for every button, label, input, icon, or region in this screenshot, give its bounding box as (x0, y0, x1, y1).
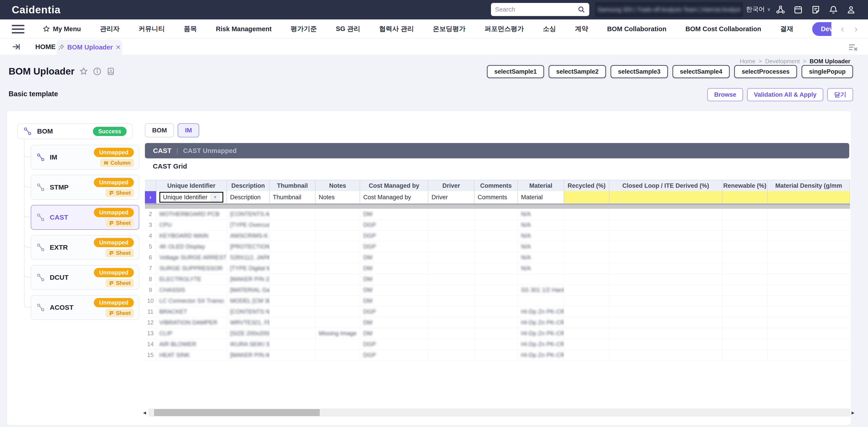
nav-item-퍼포먼스평가[interactable]: 퍼포먼스평가 (485, 24, 524, 33)
network-share-icon[interactable] (775, 4, 786, 15)
nav-item-development[interactable]: Development (812, 22, 831, 36)
validation-all-apply-button[interactable]: Validation All & Apply (747, 88, 823, 101)
unmapped-cell-2[interactable] (610, 191, 722, 204)
tab-bom-uploader[interactable]: BOM Uploader ✕ (57, 40, 122, 55)
table-row[interactable]: 2MOTHERBOARD PCB[CONTENTS AuDMN/A (145, 209, 850, 220)
user-profile-icon[interactable] (845, 4, 857, 15)
column-header-thumbnail[interactable]: Thumbnail (270, 180, 315, 191)
column-header-material[interactable]: Material (518, 180, 564, 191)
tree-node-bom[interactable]: BOM Success (17, 123, 132, 139)
tree-node-extr[interactable]: EXTRUnmappedSheet (31, 235, 139, 260)
selectsample1-button[interactable]: selectSample1 (487, 65, 544, 78)
breadcrumb-development[interactable]: Development (765, 58, 800, 65)
tree-node-im[interactable]: IMUnmappedColumn (31, 145, 139, 170)
unmapped-cell-1[interactable] (564, 191, 610, 204)
language-selector[interactable]: 한국어∨ (746, 5, 771, 13)
table-row[interactable]: 9CHASSIS[MATERIAL GalvDMSS 301 1/2 Hard (145, 285, 850, 296)
table-row[interactable]: 14AIR BLOWERIKURA SEIKI SEIDGPHI-Dp Zn P… (145, 339, 850, 350)
search-input[interactable] (495, 6, 578, 13)
search-icon[interactable] (578, 6, 585, 13)
selectsample3-button[interactable]: selectSample3 (611, 65, 668, 78)
nav-item-my-menu[interactable]: My Menu (42, 25, 81, 33)
table-row[interactable]: 15HEAT SINK[MAKER P/N APDGPHI-Dp Zn PK-C… (145, 350, 850, 361)
cell-notes (315, 285, 360, 296)
column-header-driver[interactable]: Driver (428, 180, 474, 191)
dropdown-arrow-icon[interactable]: ▼ (211, 193, 220, 201)
nav-item-sg-관리[interactable]: SG 관리 (336, 24, 360, 33)
breadcrumb-home[interactable]: Home (740, 58, 755, 65)
tree-node-acost[interactable]: ACOSTUnmappedSheet (31, 295, 139, 320)
unmapped-cell-4[interactable] (768, 191, 850, 204)
column-header-recycled-[interactable]: Recycled (%) (564, 180, 610, 191)
nav-item-품목[interactable]: 품목 (184, 24, 197, 33)
nav-item-협력사-관리[interactable]: 협력사 관리 (379, 24, 414, 33)
table-row[interactable]: 6Voltage SURGE ARREST528X112, JAPADMN/A (145, 252, 850, 263)
cell-comments (474, 252, 518, 263)
tab-close-icon[interactable]: ✕ (116, 43, 121, 51)
cell-text: DM (363, 297, 372, 304)
selectsample4-button[interactable]: selectSample4 (673, 65, 730, 78)
nav-scroll-right-icon[interactable]: › (855, 24, 858, 34)
horizontal-scrollbar[interactable] (149, 409, 850, 416)
mapping-dropdown[interactable]: Unique Identifier▼ (159, 192, 223, 203)
mapping-cell-unique-identifier[interactable]: Unique Identifier▼ (156, 191, 227, 204)
nav-item-평가기준[interactable]: 평가기준 (291, 24, 317, 33)
mapping-kind-badge: Column (100, 159, 134, 167)
nav-item-bom-cost-collaboration[interactable]: BOM Cost Collaboration (685, 25, 761, 33)
column-header-notes[interactable]: Notes (315, 180, 360, 191)
hscroll-thumb[interactable] (154, 409, 320, 416)
favorite-star-icon[interactable] (79, 67, 88, 76)
column-header-closed-loop-ite-derived-[interactable]: Closed Loop / ITE Derived (%) (610, 180, 722, 191)
toggle-bom[interactable]: BOM (145, 123, 174, 137)
nav-item-계약[interactable]: 계약 (575, 24, 588, 33)
table-row[interactable]: 8ELECTROLYTE[MAKER P/N 23DM (145, 274, 850, 285)
cell-col11 (722, 230, 768, 241)
selectprocesses-button[interactable]: selectProcesses (734, 65, 797, 78)
column-header-renewable-[interactable]: Renewable (%) (722, 180, 768, 191)
tree-node-dcut[interactable]: DCUTUnmappedSheet (31, 265, 139, 290)
nav-scroll-left-icon[interactable]: ‹ (841, 24, 844, 34)
table-row[interactable]: 11BRACKET[CONTENTS NiDGPHI-Dp Zn PK-CR (145, 306, 850, 317)
nav-item-커뮤니티[interactable]: 커뮤니티 (138, 24, 165, 33)
notifications-bell-icon[interactable] (828, 4, 839, 15)
browse-button[interactable]: Browse (707, 88, 743, 101)
toggle-im[interactable]: IM (178, 123, 199, 137)
tree-node-stmp[interactable]: STMPUnmappedSheet (31, 175, 139, 200)
document-a-icon[interactable]: A (106, 67, 115, 76)
column-header-cost-managed-by[interactable]: Cost Managed by (360, 180, 428, 191)
singlepopup-button[interactable]: singlePopup (802, 65, 853, 78)
nav-item-온보딩평가[interactable]: 온보딩평가 (433, 24, 466, 33)
table-row[interactable]: 3CPU[TYPE OvercurrDGPN/A (145, 220, 850, 230)
nav-item-risk-management[interactable]: Risk Management (216, 25, 272, 33)
column-header-unique-identifier[interactable]: Unique Identifier (156, 180, 227, 191)
table-row[interactable]: 7SURGE SUPPRESSOR[TYPE Digital MDMN/A (145, 263, 850, 274)
tree-node-label: CAST (50, 214, 89, 221)
notes-icon[interactable] (810, 4, 822, 15)
collapse-tabs-icon[interactable] (11, 42, 22, 52)
table-row[interactable]: 4KEYBOARD MAINAWSCRIMS-KDGPN/A (145, 230, 850, 241)
nav-item-소싱[interactable]: 소싱 (543, 24, 556, 33)
tab-home[interactable]: HOME (32, 41, 59, 53)
column-header-description[interactable]: Description (227, 180, 270, 191)
nav-item-결재[interactable]: 결재 (780, 24, 793, 33)
cell-thumb (270, 230, 315, 241)
table-row[interactable]: 10LC Connector SX TranscMODEL [CM 300DM (145, 296, 850, 306)
hscroll-right-arrow[interactable]: ▸ (851, 409, 857, 416)
info-icon[interactable] (93, 67, 102, 76)
table-row[interactable]: 54K OLED Display[PROTECTION]DGPN/A (145, 241, 850, 252)
table-row[interactable]: 12VIBRATION DAMPERWRVTE321, FEDMHI-Dp Zn… (145, 317, 850, 328)
hscroll-left-arrow[interactable]: ◂ (143, 409, 148, 416)
table-row[interactable]: 13CLIP[SIZE 200x200xMissing ImageDMHI-Dp… (145, 328, 850, 339)
닫기-button[interactable]: 닫기 (827, 88, 853, 101)
selectsample2-button[interactable]: selectSample2 (549, 65, 606, 78)
unmapped-cell-3[interactable] (722, 191, 768, 204)
column-header-comments[interactable]: Comments (474, 180, 518, 191)
nav-item-bom-collaboration[interactable]: BOM Collaboration (607, 25, 666, 33)
row-selector-cell[interactable]: › (145, 191, 156, 204)
column-header-material-density-g-mm[interactable]: Material Density (g/mm (768, 180, 850, 191)
calendar-icon[interactable] (793, 4, 804, 15)
hamburger-menu-icon[interactable] (12, 25, 24, 33)
tree-node-cast[interactable]: CASTUnmappedSheet (31, 205, 139, 230)
nav-item-관리자[interactable]: 관리자 (100, 24, 120, 33)
close-all-tabs-icon[interactable] (848, 41, 859, 52)
